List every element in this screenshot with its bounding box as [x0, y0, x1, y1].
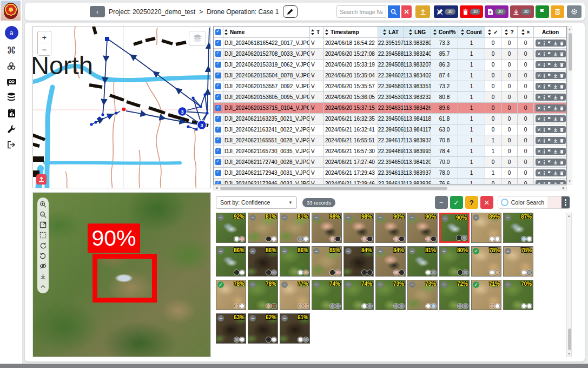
current-image-marker[interactable] [122, 107, 126, 111]
detection-thumbnail[interactable]: − 62% [248, 313, 278, 344]
download-icon[interactable] [553, 160, 558, 165]
col-header-timestamp[interactable]: Timestamp [324, 27, 378, 38]
row-checkbox[interactable] [215, 148, 221, 154]
thumb-state-button[interactable]: − [281, 248, 288, 254]
thumb-state-button[interactable]: − [377, 214, 384, 221]
detection-thumbnail[interactable]: ✓ 71% [471, 280, 501, 310]
flag-icon[interactable] [547, 74, 551, 78]
info-icon[interactable] [543, 41, 545, 45]
flag-icon[interactable] [547, 139, 551, 143]
color-search-swatch[interactable] [547, 196, 561, 208]
upload-button[interactable] [415, 5, 430, 18]
row-actions[interactable] [536, 50, 566, 57]
detection-thumbnail[interactable]: − 85% [312, 246, 342, 277]
tools-icon[interactable] [5, 124, 18, 134]
detection-thumbnail[interactable]: − 98% [312, 213, 342, 243]
download-image-icon[interactable] [39, 272, 47, 280]
trash-icon[interactable] [560, 149, 564, 154]
thumb-state-button[interactable]: − [217, 248, 224, 254]
trash-icon[interactable] [560, 171, 564, 175]
trash-icon[interactable] [560, 95, 564, 100]
annotate-icon[interactable] [537, 160, 541, 164]
map-zoom-out-button[interactable]: − [38, 43, 51, 55]
info-icon[interactable] [543, 95, 545, 100]
info-icon[interactable] [543, 160, 545, 165]
thumb-state-button[interactable]: ✓ [473, 248, 479, 254]
row-actions[interactable] [536, 61, 566, 68]
detection-thumbnail[interactable]: − 63% [216, 313, 246, 344]
annotate-icon[interactable] [537, 84, 541, 88]
table-row[interactable]: DJI_20240620153504_0078_V.JPG V 2024/06/… [214, 70, 567, 81]
flag-icon[interactable] [547, 41, 551, 45]
detection-thumbnail[interactable]: − 74% [312, 280, 342, 310]
select-region-icon[interactable] [39, 231, 47, 239]
row-actions[interactable] [536, 83, 566, 90]
gallery-vertical-scrollbar[interactable]: ▲▼ [566, 213, 572, 357]
detection-thumbnail[interactable]: − 90% [375, 213, 406, 243]
col-header-unknown[interactable]: ? [501, 27, 518, 38]
table-row[interactable]: DJI_20240621163235_0021_V.JPG V 2024/06/… [214, 114, 567, 124]
detection-thumbnail[interactable]: − 74% [343, 280, 374, 310]
download-icon[interactable] [553, 63, 558, 67]
flag-icon[interactable] [547, 84, 551, 89]
info-icon[interactable] [543, 128, 545, 132]
trash-icon[interactable] [560, 128, 564, 132]
col-header-lng[interactable]: LNG [404, 27, 431, 38]
flag-icon[interactable] [547, 149, 551, 154]
flag-icon[interactable] [547, 128, 551, 132]
annotate-icon[interactable] [537, 117, 541, 121]
thumb-state-button[interactable]: − [249, 281, 256, 288]
col-header-rejected[interactable]: × [518, 27, 534, 38]
col-header-count[interactable]: Count [458, 27, 485, 38]
thumb-state-button[interactable]: − [441, 281, 447, 288]
search-button[interactable] [388, 5, 400, 18]
detection-thumbnail[interactable]: − 78% [503, 246, 533, 277]
trash-icon[interactable] [560, 139, 564, 143]
row-checkbox[interactable] [215, 159, 221, 165]
detection-thumbnail[interactable]: − 89% [471, 213, 501, 243]
trash-icon[interactable] [560, 74, 564, 78]
detection-thumbnail[interactable]: − 81% [280, 213, 310, 243]
download-icon[interactable] [553, 139, 558, 143]
thumb-state-button[interactable]: − [442, 215, 448, 222]
table-row[interactable]: DJI_20240620153557_0092_V.JPG V 2024/06/… [214, 81, 567, 92]
row-actions[interactable] [536, 148, 566, 155]
flag-icon[interactable] [547, 171, 551, 175]
detection-thumbnail[interactable]: − 72% [439, 280, 470, 310]
thumb-state-button[interactable]: − [249, 315, 256, 321]
flag-icon[interactable] [547, 52, 551, 56]
row-actions[interactable] [536, 94, 566, 101]
thumb-state-button[interactable]: − [313, 214, 320, 221]
trash-icon[interactable] [560, 117, 564, 121]
map-panel[interactable]: North [32, 26, 211, 188]
col-header-lat[interactable]: LAT [378, 27, 404, 38]
row-actions[interactable] [536, 40, 566, 47]
image-viewer[interactable]: 90% [32, 192, 211, 357]
zoom-out-icon[interactable] [39, 211, 47, 219]
select-all-checkbox[interactable] [215, 29, 221, 35]
row-checkbox[interactable] [215, 127, 221, 133]
annotate-icon[interactable] [537, 95, 541, 99]
download-icon[interactable] [553, 149, 558, 154]
download-icon[interactable] [553, 84, 558, 89]
annotate-icon[interactable] [537, 106, 541, 110]
table-row[interactable]: DJI_20240621172946_0032_V.JPG V 2024/06/… [214, 179, 567, 185]
cluster-icon[interactable] [5, 61, 18, 71]
row-checkbox[interactable] [215, 40, 221, 46]
row-actions[interactable] [536, 72, 566, 79]
info-icon[interactable] [543, 117, 545, 121]
download-selected-button[interactable]: 30 [510, 5, 534, 18]
annotate-icon[interactable] [537, 74, 541, 77]
mark-unknown-button[interactable]: ? [465, 196, 478, 209]
thumb-state-button[interactable]: − [281, 214, 288, 221]
download-icon[interactable] [553, 182, 558, 185]
detection-thumbnail[interactable]: − 86% [216, 246, 246, 277]
detection-thumbnail[interactable]: − 84% [375, 246, 406, 277]
thumb-state-button[interactable]: − [505, 248, 511, 254]
download-icon[interactable] [553, 74, 558, 78]
gallery-menu-button[interactable] [561, 196, 570, 209]
table-row[interactable]: DJI_20240620153319_0062_V.JPG V 2024/06/… [214, 60, 567, 70]
detection-thumbnail[interactable]: − 98% [343, 213, 374, 243]
back-button[interactable]: ‹ [90, 6, 105, 17]
thumb-state-button[interactable]: ✓ [473, 281, 479, 288]
